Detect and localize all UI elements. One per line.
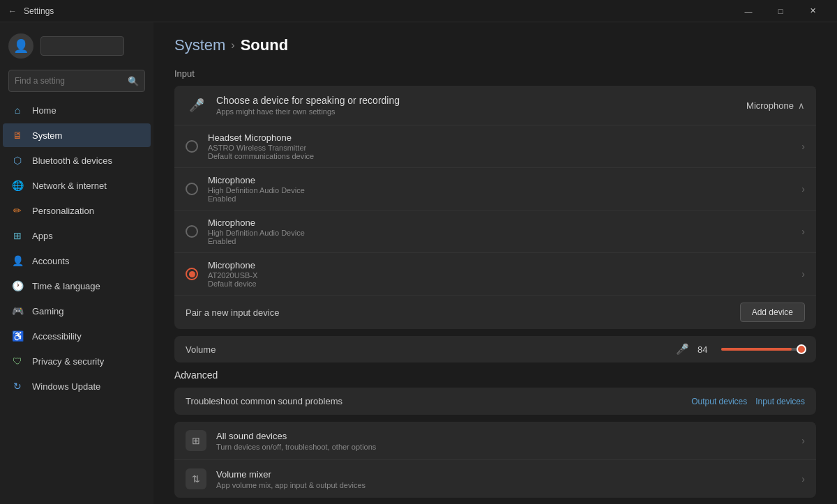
all-sound-sub: Turn devices on/off, troubleshoot, other… — [216, 443, 801, 451]
time-icon: 🕐 — [11, 280, 24, 292]
volume-mixer-row[interactable]: ⇅ Volume mixer App volume mix, app input… — [174, 460, 816, 498]
device-info: Microphone AT2020USB-X Default device — [208, 260, 801, 288]
avatar-icon: 👤 — [13, 38, 29, 54]
device-row[interactable]: Microphone AT2020USB-X Default device › — [174, 253, 816, 296]
volume-slider-thumb[interactable] — [797, 344, 806, 354]
device-sub1: High Definition Audio Device — [208, 186, 801, 194]
device-chooser-header[interactable]: 🎤 Choose a device for speaking or record… — [174, 86, 816, 125]
home-icon: ⌂ — [11, 104, 24, 116]
volume-slider-fill — [721, 348, 792, 351]
chevron-right-icon: › — [801, 183, 805, 194]
search-input[interactable] — [15, 76, 123, 86]
sidebar-item-apps[interactable]: ⊞ Apps — [3, 224, 151, 247]
chevron-right-icon: › — [801, 141, 805, 152]
sidebar-item-label: Network & internet — [32, 181, 107, 191]
sidebar-item-label: Apps — [32, 231, 53, 241]
maximize-button[interactable]: □ — [764, 0, 797, 22]
sidebar-item-accessibility[interactable]: ♿ Accessibility — [3, 324, 151, 348]
volume-mixer-icon: ⇅ — [186, 468, 206, 489]
sidebar-item-label: System — [32, 130, 62, 141]
output-devices-link[interactable]: Output devices — [691, 397, 747, 406]
device-row[interactable]: Microphone High Definition Audio Device … — [174, 168, 816, 211]
all-sound-icon: ⊞ — [186, 430, 206, 451]
sidebar-item-bluetooth[interactable]: ⬡ Bluetooth & devices — [3, 148, 151, 172]
sidebar-item-label: Accessibility — [32, 331, 82, 342]
device-name: Microphone — [208, 217, 801, 228]
bluetooth-icon: ⬡ — [11, 154, 24, 167]
sidebar-item-gaming[interactable]: 🎮 Gaming — [3, 299, 151, 323]
sidebar-user: 👤 — [0, 28, 153, 67]
sidebar-item-label: Home — [32, 105, 56, 116]
search-box[interactable]: 🔍 — [8, 70, 145, 92]
sidebar-item-update[interactable]: ↻ Windows Update — [3, 374, 151, 398]
troubleshoot-row: Troubleshoot common sound problems Outpu… — [174, 388, 816, 415]
device-sub2: Enabled — [208, 237, 801, 245]
all-sound-text: All sound devices Turn devices on/off, t… — [216, 431, 801, 451]
volume-slider[interactable] — [721, 348, 805, 351]
device-info: Microphone High Definition Audio Device … — [208, 175, 801, 203]
device-row[interactable]: Headset Microphone ASTRO Wireless Transm… — [174, 125, 816, 168]
all-sound-devices-row[interactable]: ⊞ All sound devices Turn devices on/off,… — [174, 422, 816, 460]
device-chooser-card: 🎤 Choose a device for speaking or record… — [174, 86, 816, 329]
chevron-right-icon: › — [801, 268, 805, 280]
system-icon: 🖥 — [11, 129, 24, 142]
radio-button[interactable] — [186, 140, 198, 153]
personalize-icon: ✏ — [11, 204, 24, 217]
sidebar-item-home[interactable]: ⌂ Home — [3, 98, 151, 122]
volume-mic-icon: 🎤 — [676, 343, 689, 356]
input-devices-link[interactable]: Input devices — [755, 397, 805, 406]
device-row[interactable]: Microphone High Definition Audio Device … — [174, 211, 816, 253]
sidebar-item-label: Windows Update — [32, 381, 100, 392]
sidebar-item-system[interactable]: 🖥 System — [3, 123, 151, 147]
device-info: Microphone High Definition Audio Device … — [208, 217, 801, 245]
chevron-right-icon: › — [801, 435, 805, 446]
user-name-box — [40, 36, 124, 56]
sidebar-item-accounts[interactable]: 👤 Accounts — [3, 249, 151, 273]
minimize-button[interactable]: — — [732, 0, 764, 22]
volume-mixer-text: Volume mixer App volume mix, app input &… — [216, 469, 801, 489]
chevron-right-icon: › — [801, 473, 805, 484]
sidebar-item-label: Accounts — [32, 256, 69, 266]
add-device-button[interactable]: Add device — [740, 303, 805, 322]
input-section-label: Input — [174, 68, 816, 79]
device-sub1: ASTRO Wireless Transmitter — [208, 144, 801, 152]
chooser-subtitle: Apps might have their own settings — [216, 107, 746, 116]
chooser-text: Choose a device for speaking or recordin… — [216, 95, 746, 116]
device-name: Microphone — [208, 175, 801, 185]
volume-value: 84 — [698, 344, 713, 355]
back-button[interactable]: ← — [8, 6, 17, 16]
close-button[interactable]: ✕ — [797, 0, 829, 22]
breadcrumb: System › Sound — [174, 36, 816, 54]
update-icon: ↻ — [11, 380, 24, 392]
device-sub1: High Definition Audio Device — [208, 229, 801, 237]
all-sound-title: All sound devices — [216, 431, 801, 441]
volume-mixer-title: Volume mixer — [216, 469, 801, 480]
radio-inner — [189, 271, 195, 277]
chooser-current-device[interactable]: Microphone ∧ — [746, 100, 805, 111]
device-sub1: AT2020USB-X — [208, 271, 801, 280]
sidebar-item-privacy[interactable]: 🛡 Privacy & security — [3, 349, 151, 373]
device-sub2: Enabled — [208, 194, 801, 203]
sidebar-item-network[interactable]: 🌐 Network & internet — [3, 174, 151, 197]
troubleshoot-label: Troubleshoot common sound problems — [186, 396, 683, 406]
device-name: Microphone — [208, 260, 801, 270]
advanced-settings-card: ⊞ All sound devices Turn devices on/off,… — [174, 422, 816, 498]
privacy-icon: 🛡 — [11, 355, 24, 367]
window-controls: — □ ✕ — [732, 0, 829, 22]
radio-button[interactable] — [186, 183, 198, 195]
radio-button-selected[interactable] — [186, 268, 198, 280]
radio-button[interactable] — [186, 225, 198, 238]
device-name: Headset Microphone — [208, 132, 801, 143]
sidebar: 👤 🔍 ⌂ Home 🖥 System ⬡ Bluetooth & device… — [0, 22, 153, 504]
sidebar-item-personalization[interactable]: ✏ Personalization — [3, 199, 151, 222]
breadcrumb-current: Sound — [241, 36, 288, 54]
accessibility-icon: ♿ — [11, 330, 24, 342]
sidebar-item-time[interactable]: 🕐 Time & language — [3, 274, 151, 298]
avatar: 👤 — [8, 33, 33, 59]
sidebar-item-label: Gaming — [32, 306, 64, 316]
breadcrumb-arrow: › — [231, 39, 234, 52]
device-sub2: Default communications device — [208, 152, 801, 160]
breadcrumb-system[interactable]: System — [174, 36, 225, 54]
volume-label: Volume — [186, 344, 668, 355]
advanced-section-label: Advanced — [174, 369, 816, 381]
